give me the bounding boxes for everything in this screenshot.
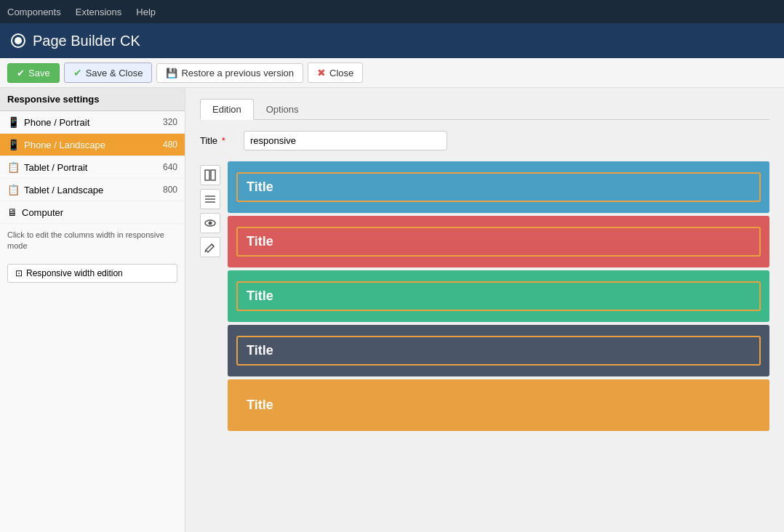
save-check-icon: ✔	[17, 68, 25, 78]
row-inner-3: Title	[236, 281, 761, 311]
toolbar: ✔ Save ✔ Save & Close 💾 Restore a previo…	[0, 58, 784, 88]
builder-row-1[interactable]: Title	[228, 161, 769, 213]
builder-container: Title Title Title Title	[200, 161, 769, 431]
main-layout: Responsive settings 📱 Phone / Portrait 3…	[0, 88, 784, 532]
columns-tool-icon[interactable]	[200, 165, 220, 185]
edit-tool-icon[interactable]	[200, 237, 220, 257]
builder-rows: Title Title Title Title	[228, 161, 769, 431]
menu-components[interactable]: Components	[7, 7, 61, 17]
save-close-button[interactable]: ✔ Save & Close	[64, 63, 153, 83]
header-bar: Page Builder CK	[0, 23, 784, 58]
responsive-width-btn[interactable]: ⊡ Responsive width edition	[7, 264, 177, 283]
save-button[interactable]: ✔ Save	[7, 63, 60, 83]
row-title-5: Title	[247, 398, 273, 412]
svg-point-6	[209, 222, 212, 225]
title-form-row: Title *	[200, 131, 769, 150]
sidebar-item-phone-portrait[interactable]: 📱 Phone / Portrait 320	[0, 111, 185, 134]
row-inner-1: Title	[236, 172, 761, 202]
sidebar-item-tablet-landscape[interactable]: 📋 Tablet / Landscape 800	[0, 179, 185, 201]
sidebar-title: Responsive settings	[0, 88, 185, 111]
svg-rect-1	[211, 170, 215, 180]
sidebar: Responsive settings 📱 Phone / Portrait 3…	[0, 88, 185, 532]
restore-button[interactable]: 💾 Restore a previous version	[156, 63, 303, 83]
tablet-portrait-icon: 📋	[7, 161, 20, 173]
svg-line-7	[212, 244, 214, 246]
radio-icon	[11, 33, 25, 48]
sidebar-item-phone-landscape[interactable]: 📱 Phone / Landscape 480	[0, 134, 185, 156]
restore-icon: 💾	[166, 68, 177, 78]
title-input[interactable]	[244, 131, 447, 150]
page-title: Page Builder CK	[33, 33, 140, 49]
phone-portrait-icon: 📱	[7, 116, 20, 128]
x-icon: ✖	[317, 67, 326, 78]
tab-options[interactable]: Options	[254, 99, 311, 120]
row-inner-4: Title	[236, 336, 761, 366]
tab-edition[interactable]: Edition	[200, 99, 254, 120]
tabs: Edition Options	[200, 99, 769, 120]
menu-extensions[interactable]: Extensions	[76, 7, 122, 17]
row-title-1: Title	[247, 180, 273, 194]
eye-tool-icon[interactable]	[200, 213, 220, 233]
row-title-4: Title	[247, 343, 273, 358]
builder-row-4[interactable]: Title	[228, 325, 769, 376]
close-button[interactable]: ✖ Close	[308, 63, 363, 83]
menu-bar: Components Extensions Help	[0, 0, 784, 23]
check-icon: ✔	[73, 67, 82, 78]
row-inner-5: Title	[236, 390, 761, 420]
svg-line-8	[205, 250, 206, 252]
builder-tools	[200, 161, 220, 431]
row-inner-2: Title	[236, 227, 761, 257]
sidebar-item-tablet-portrait[interactable]: 📋 Tablet / Portrait 640	[0, 156, 185, 179]
builder-row-5[interactable]: Title	[228, 379, 769, 431]
menu-help[interactable]: Help	[136, 7, 156, 17]
title-label: Title *	[200, 135, 236, 146]
builder-row-3[interactable]: Title	[228, 270, 769, 322]
tablet-landscape-icon: 📋	[7, 184, 20, 196]
computer-icon: 🖥	[7, 206, 17, 218]
sidebar-item-computer[interactable]: 🖥 Computer	[0, 201, 185, 224]
required-marker: *	[222, 135, 225, 146]
svg-rect-0	[205, 170, 209, 180]
sidebar-note: Click to edit the columns width in respo…	[0, 224, 185, 258]
rows-tool-icon[interactable]	[200, 189, 220, 209]
row-title-2: Title	[247, 234, 273, 249]
row-title-3: Title	[247, 289, 273, 303]
builder-row-2[interactable]: Title	[228, 216, 769, 267]
content-area: Edition Options Title *	[185, 88, 784, 532]
responsive-icon: ⊡	[15, 268, 23, 278]
phone-landscape-icon: 📱	[7, 139, 20, 150]
